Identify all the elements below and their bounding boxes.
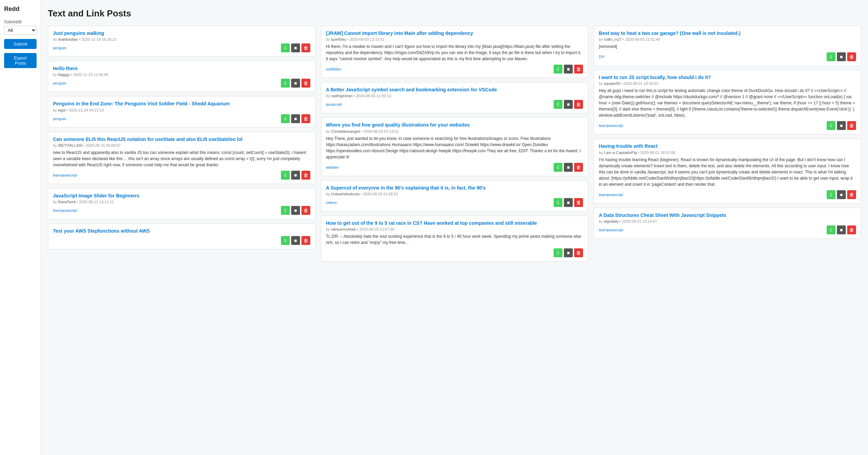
- post-meta: by I-am-a-CapitalistPig • 2020-08-01 18:…: [599, 151, 856, 155]
- subreddit-select[interactable]: All penguin learnjavascript javascript w…: [4, 26, 37, 35]
- delete-button[interactable]: 🗑: [301, 236, 310, 245]
- post-actions: ⇩ ■ 🗑: [827, 190, 856, 199]
- delete-button[interactable]: 🗑: [847, 121, 856, 130]
- delete-button[interactable]: 🗑: [574, 198, 583, 207]
- post-card: Just penguins walkingby draklbsidian • 2…: [48, 26, 315, 57]
- export-button[interactable]: Export Posts: [4, 53, 37, 68]
- post-footer: learnjavascript ⇩ ■ 🗑: [599, 121, 856, 130]
- post-subreddit[interactable]: learnjavascript: [599, 228, 623, 232]
- download-button[interactable]: ⇩: [827, 190, 836, 199]
- delete-button[interactable]: 🗑: [301, 171, 310, 180]
- download-button[interactable]: ⇩: [554, 163, 562, 172]
- download-button[interactable]: ⇩: [554, 100, 562, 109]
- post-title[interactable]: Where you find free good quality illustr…: [326, 122, 583, 128]
- copy-button[interactable]: ■: [564, 163, 573, 172]
- post-title[interactable]: A Supercut of everyone in the 90's expla…: [326, 185, 583, 191]
- post-subreddit[interactable]: redditdev: [326, 67, 341, 71]
- post-title[interactable]: JavaScript Image Slider for Beginners: [53, 193, 310, 199]
- copy-button[interactable]: ■: [564, 65, 573, 74]
- page-title: Text and Link Posts: [48, 8, 861, 19]
- download-button[interactable]: ⇩: [554, 65, 562, 74]
- post-footer: webdev ⇩ ■ 🗑: [326, 163, 583, 172]
- delete-button[interactable]: 🗑: [847, 225, 856, 234]
- download-button[interactable]: ⇩: [827, 225, 836, 234]
- post-subreddit[interactable]: DIY: [599, 55, 605, 59]
- copy-button[interactable]: ■: [564, 100, 573, 109]
- copy-button[interactable]: ■: [564, 248, 573, 257]
- post-card: JavaScript Image Slider for Beginnersby …: [48, 188, 315, 219]
- post-title[interactable]: Can someone ELI5 this ReactJS notation f…: [53, 136, 310, 142]
- post-title[interactable]: Having trouble with React: [599, 143, 856, 149]
- post-footer: videos ⇩ ■ 🗑: [326, 198, 583, 207]
- post-card: Where you find free good quality illustr…: [321, 117, 588, 176]
- download-button[interactable]: ⇩: [281, 206, 290, 215]
- post-title[interactable]: Hello there: [53, 65, 310, 72]
- delete-button[interactable]: 🗑: [574, 65, 583, 74]
- copy-button[interactable]: ■: [837, 52, 846, 61]
- copy-button[interactable]: ■: [291, 236, 300, 245]
- post-meta: by collin_m27 • 2020-09-03 11:51:40: [599, 37, 856, 41]
- download-button[interactable]: ⇩: [827, 121, 836, 130]
- copy-button[interactable]: ■: [837, 225, 846, 234]
- delete-button[interactable]: 🗑: [574, 248, 583, 257]
- download-button[interactable]: ⇩: [554, 248, 562, 257]
- post-subreddit[interactable]: javascript: [326, 102, 342, 106]
- copy-button[interactable]: ■: [837, 121, 846, 130]
- post-title[interactable]: Penguins in the End Zone: The Penguins V…: [53, 101, 310, 107]
- post-subreddit[interactable]: videos: [326, 200, 337, 205]
- post-meta: by Christelleorangee • 2020-08-03 07:14:…: [326, 129, 583, 133]
- post-subreddit[interactable]: learnjavascript: [53, 208, 77, 212]
- copy-button[interactable]: ■: [291, 43, 300, 52]
- download-button[interactable]: ⇩: [554, 198, 562, 207]
- post-card: [JRAW] Cannot import library into Main a…: [321, 26, 588, 78]
- post-body: Hey There, just wanted to let you know, …: [326, 135, 583, 160]
- column-0: Just penguins walkingby draklbsidian • 2…: [48, 26, 315, 254]
- post-card: A Supercut of everyone in the 90's expla…: [321, 180, 588, 211]
- post-subreddit[interactable]: learnjavascript: [599, 124, 623, 128]
- post-body: TL;DR: :- Absolutely hate the soul sucki…: [326, 233, 583, 246]
- download-button[interactable]: ⇩: [281, 79, 290, 88]
- copy-button[interactable]: ■: [291, 206, 300, 215]
- delete-button[interactable]: 🗑: [301, 114, 310, 123]
- copy-button[interactable]: ■: [837, 190, 846, 199]
- copy-button[interactable]: ■: [291, 114, 300, 123]
- post-actions: ⇩ ■ 🗑: [554, 248, 583, 257]
- post-card: Penguins in the End Zone: The Penguins V…: [48, 96, 315, 127]
- delete-button[interactable]: 🗑: [301, 43, 310, 52]
- delete-button[interactable]: 🗑: [847, 190, 856, 199]
- post-title[interactable]: [JRAW] Cannot import library into Main a…: [326, 30, 583, 36]
- download-button[interactable]: ⇩: [281, 236, 290, 245]
- post-subreddit[interactable]: penguin: [53, 46, 66, 50]
- post-title[interactable]: I want to run JS script locally, how sho…: [599, 74, 856, 80]
- post-title[interactable]: Best way to heat a two car garage? (One …: [599, 30, 856, 36]
- delete-button[interactable]: 🗑: [574, 100, 583, 109]
- download-button[interactable]: ⇩: [281, 114, 290, 123]
- post-meta: by raathigeshan • 2020-08-03 11:00:13: [326, 94, 583, 98]
- download-button[interactable]: ⇩: [281, 43, 290, 52]
- post-subreddit[interactable]: penguin: [53, 81, 66, 85]
- copy-button[interactable]: ■: [291, 79, 300, 88]
- sidebar: Redd Subreddit All penguin learnjavascri…: [0, 0, 41, 455]
- delete-button[interactable]: 🗑: [847, 52, 856, 61]
- post-card: How to get out of the 9 to 5 rat race in…: [321, 216, 588, 262]
- post-subreddit[interactable]: penguin: [53, 117, 66, 121]
- copy-button[interactable]: ■: [564, 198, 573, 207]
- submit-button[interactable]: Submit: [4, 39, 37, 49]
- post-footer: ⇩ ■ 🗑: [53, 236, 310, 245]
- post-title[interactable]: Test your AWS Stepfunctions without AWS: [53, 228, 310, 234]
- delete-button[interactable]: 🗑: [301, 206, 310, 215]
- download-button[interactable]: ⇩: [827, 52, 836, 61]
- post-subreddit[interactable]: learnjavascript: [53, 173, 77, 177]
- copy-button[interactable]: ■: [291, 171, 300, 180]
- post-actions: ⇩ ■ 🗑: [554, 163, 583, 172]
- post-title[interactable]: A Better JavaScript symbol search and bo…: [326, 87, 583, 93]
- post-subreddit[interactable]: webdev: [326, 165, 339, 169]
- post-subreddit[interactable]: learnjavascript: [599, 193, 623, 197]
- post-footer: learnjavascript ⇩ ■ 🗑: [599, 225, 856, 234]
- post-title[interactable]: A Data Structures Cheat Sheet With Javas…: [599, 212, 856, 218]
- post-title[interactable]: Just penguins walking: [53, 30, 310, 36]
- post-title[interactable]: How to get out of the 9 to 5 rat race in…: [326, 220, 583, 226]
- delete-button[interactable]: 🗑: [301, 79, 310, 88]
- delete-button[interactable]: 🗑: [574, 163, 583, 172]
- download-button[interactable]: ⇩: [281, 171, 290, 180]
